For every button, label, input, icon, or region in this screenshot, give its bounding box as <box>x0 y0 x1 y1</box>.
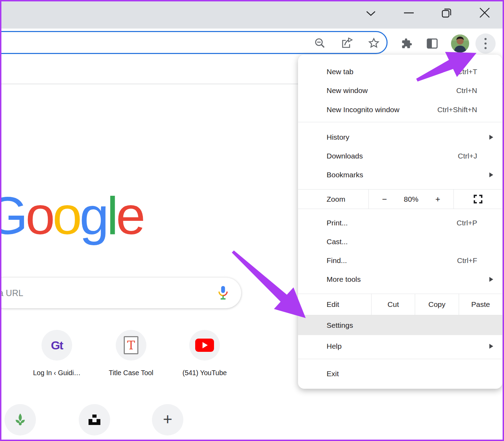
menu-item-help[interactable]: Help <box>298 337 502 356</box>
menu-zoom-row: Zoom − 80% + <box>298 189 502 209</box>
add-shortcut-button[interactable]: + <box>152 404 183 435</box>
search-placeholder: pe a URL <box>0 278 23 308</box>
logo-letter: o <box>53 186 80 245</box>
address-bar[interactable] <box>0 31 388 54</box>
menu-label: Help <box>327 342 342 350</box>
zoom-out-icon[interactable] <box>314 38 326 49</box>
search-input[interactable]: pe a URL <box>0 278 241 308</box>
shortcut-tile-youtube[interactable]: (541) YouTube <box>170 330 239 377</box>
menu-item-settings[interactable]: Settings <box>298 315 502 335</box>
menu-divider <box>298 122 502 122</box>
profile-avatar[interactable] <box>451 34 469 53</box>
menu-shortcut: Ctrl+Shift+N <box>437 106 477 114</box>
menu-shortcut: Ctrl+N <box>456 86 477 95</box>
cut-label: Cut <box>388 300 399 309</box>
menu-label: Find... <box>327 256 347 265</box>
logo-letter: l <box>107 186 116 245</box>
zoom-label: Zoom <box>327 195 345 203</box>
menu-item-more-tools[interactable]: More tools <box>298 270 502 289</box>
menu-label: New window <box>327 86 368 95</box>
menu-label: Cast... <box>327 238 348 246</box>
shortcut-tile-login-guiding[interactable]: Gt Log In ‹ Guidi… <box>22 330 92 377</box>
logo-letter: e <box>116 186 143 245</box>
menu-label: History <box>327 133 349 141</box>
menu-label: Exit <box>327 370 339 378</box>
three-dot-menu-button[interactable] <box>475 33 496 54</box>
fullscreen-button[interactable] <box>454 189 502 209</box>
leaf-icon <box>13 412 28 427</box>
settings-label: Settings <box>327 321 353 330</box>
logo-letter: G <box>0 186 25 245</box>
toolbar <box>0 29 504 56</box>
copy-label: Copy <box>428 300 445 309</box>
paste-label: Paste <box>471 300 490 309</box>
submenu-arrow-icon <box>489 344 493 349</box>
menu-item-exit[interactable]: Exit <box>298 364 502 383</box>
shortcut-tile-title-case[interactable]: T Title Case Tool <box>96 330 166 377</box>
guidingtech-icon: Gt <box>41 330 72 361</box>
submenu-arrow-icon <box>489 277 493 282</box>
zoom-out-button[interactable]: − <box>382 194 387 204</box>
shortcut-label: Title Case Tool <box>96 369 166 377</box>
chrome-menu: New tab Ctrl+T New window Ctrl+N New Inc… <box>298 55 502 389</box>
menu-item-new-incognito-window[interactable]: New Incognito window Ctrl+Shift+N <box>298 100 502 119</box>
titlebar <box>0 0 504 29</box>
bookmark-star-icon[interactable] <box>368 37 380 49</box>
zoom-value: 80% <box>404 195 418 203</box>
shortcut-label: Log In ‹ Guidi… <box>22 369 92 377</box>
cut-button[interactable]: Cut <box>371 294 415 315</box>
plus-icon: + <box>163 411 173 427</box>
guidingtech-logo-text: Gt <box>51 339 63 352</box>
menu-shortcut: Ctrl+J <box>458 152 477 160</box>
youtube-icon <box>189 330 220 361</box>
menu-shortcut: Ctrl+T <box>457 68 477 76</box>
menu-label: Downloads <box>327 152 363 160</box>
menu-item-print[interactable]: Print... Ctrl+P <box>298 214 502 232</box>
paste-button[interactable]: Paste <box>459 294 502 315</box>
menu-label: New Incognito window <box>327 106 399 114</box>
menu-label: Bookmarks <box>327 171 363 179</box>
menu-shortcut: Ctrl+F <box>457 256 477 265</box>
unsplash-icon <box>88 414 101 425</box>
zoom-in-button[interactable]: + <box>435 194 440 204</box>
extensions-puzzle-icon[interactable] <box>401 38 412 49</box>
menu-label: New tab <box>327 68 353 76</box>
menu-item-history[interactable]: History <box>298 128 502 147</box>
edit-label: Edit <box>327 300 339 309</box>
menu-item-new-tab[interactable]: New tab Ctrl+T <box>298 62 502 81</box>
shortcut-label: (541) YouTube <box>170 369 239 377</box>
menu-label: More tools <box>327 275 361 284</box>
browser-window: Google pe a URL ch Gt Log In ‹ Guidi… T … <box>0 0 504 441</box>
tab-search-chevron-icon[interactable] <box>365 10 376 17</box>
menu-divider <box>298 359 502 359</box>
menu-item-downloads[interactable]: Downloads Ctrl+J <box>298 147 502 165</box>
side-panel-icon[interactable] <box>427 38 438 49</box>
shortcut-tile-leaf[interactable] <box>5 404 36 435</box>
copy-button[interactable]: Copy <box>415 294 458 315</box>
share-icon[interactable] <box>341 38 353 49</box>
shortcut-tile-unsplash[interactable] <box>79 404 110 435</box>
google-logo: Google <box>0 189 143 242</box>
menu-shortcut: Ctrl+P <box>457 219 477 227</box>
voice-search-mic-icon[interactable] <box>217 285 229 303</box>
menu-label: Print... <box>327 219 348 227</box>
menu-item-bookmarks[interactable]: Bookmarks <box>298 165 502 184</box>
submenu-arrow-icon <box>489 135 493 140</box>
menu-item-find[interactable]: Find... Ctrl+F <box>298 251 502 270</box>
title-case-icon: T <box>116 330 146 361</box>
title-case-letter: T <box>124 336 138 354</box>
logo-letter: g <box>79 186 107 245</box>
minimize-button[interactable] <box>404 12 414 14</box>
menu-item-new-window[interactable]: New window Ctrl+N <box>298 81 502 100</box>
submenu-arrow-icon <box>489 172 493 177</box>
fullscreen-icon <box>473 194 483 204</box>
close-button[interactable] <box>479 7 490 18</box>
logo-letter: o <box>25 186 53 245</box>
menu-edit-row: Edit Cut Copy Paste <box>298 294 502 315</box>
menu-item-cast[interactable]: Cast... <box>298 232 502 251</box>
restore-button[interactable] <box>441 7 452 19</box>
